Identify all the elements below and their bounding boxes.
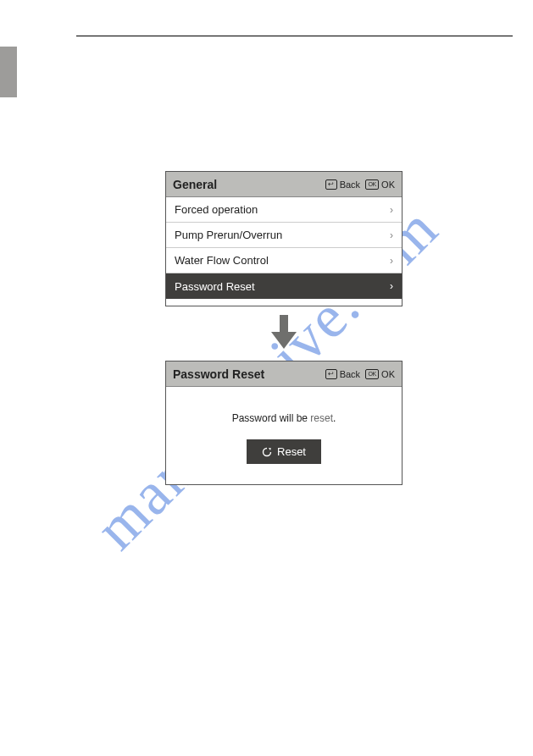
screens-container: General ↩ Back OK OK Forced operation › … <box>165 171 403 485</box>
password-reset-body: Password will be reset. Reset <box>166 387 402 484</box>
general-header: General ↩ Back OK OK <box>166 172 402 197</box>
down-arrow-icon <box>271 315 297 352</box>
msg-end: . <box>333 412 336 424</box>
ok-icon: OK <box>365 179 379 190</box>
menu-item-password-reset[interactable]: Password Reset › <box>166 273 402 299</box>
back-action[interactable]: ↩ Back <box>325 369 360 379</box>
ok-label: OK <box>381 179 395 190</box>
password-reset-screen: Password Reset ↩ Back OK OK Password wil… <box>165 361 403 485</box>
chevron-right-icon: › <box>390 204 393 216</box>
general-menu-screen: General ↩ Back OK OK Forced operation › … <box>165 171 403 306</box>
general-menu-list: Forced operation › Pump Prerun/Overrun ›… <box>166 197 402 299</box>
page-top-rule <box>76 36 513 36</box>
menu-label: Water Flow Control <box>175 254 269 267</box>
chevron-right-icon: › <box>390 229 393 241</box>
password-reset-header: Password Reset ↩ Back OK OK <box>166 361 402 387</box>
ok-label: OK <box>381 369 395 379</box>
chevron-right-icon: › <box>390 280 393 292</box>
header-actions: ↩ Back OK OK <box>325 179 395 190</box>
chevron-right-icon: › <box>390 255 393 267</box>
header-actions: ↩ Back OK OK <box>325 369 395 379</box>
ok-icon: OK <box>365 369 379 379</box>
reset-button-label: Reset <box>277 445 306 458</box>
menu-item-pump-prerun-overrun[interactable]: Pump Prerun/Overrun › <box>166 223 402 248</box>
general-title: General <box>173 178 217 191</box>
back-action[interactable]: ↩ Back <box>325 179 360 190</box>
menu-item-forced-operation[interactable]: Forced operation › <box>166 197 402 223</box>
menu-label: Forced operation <box>175 203 258 216</box>
password-reset-title: Password Reset <box>173 367 264 381</box>
reset-message: Password will be reset. <box>175 412 393 424</box>
msg-prefix: Password will be <box>232 412 311 424</box>
reset-button[interactable]: Reset <box>247 439 321 464</box>
side-tab <box>0 47 17 97</box>
back-icon: ↩ <box>325 369 337 379</box>
screen-bottom-pad <box>166 299 402 306</box>
msg-suffix: reset <box>310 412 333 424</box>
back-label: Back <box>340 179 360 190</box>
ok-action[interactable]: OK OK <box>365 179 395 190</box>
menu-label: Password Reset <box>175 280 255 293</box>
menu-label: Pump Prerun/Overrun <box>175 229 282 241</box>
back-label: Back <box>340 369 360 379</box>
menu-item-water-flow-control[interactable]: Water Flow Control › <box>166 248 402 273</box>
back-icon: ↩ <box>325 179 337 190</box>
ok-action[interactable]: OK OK <box>365 369 395 379</box>
refresh-icon <box>262 447 272 457</box>
